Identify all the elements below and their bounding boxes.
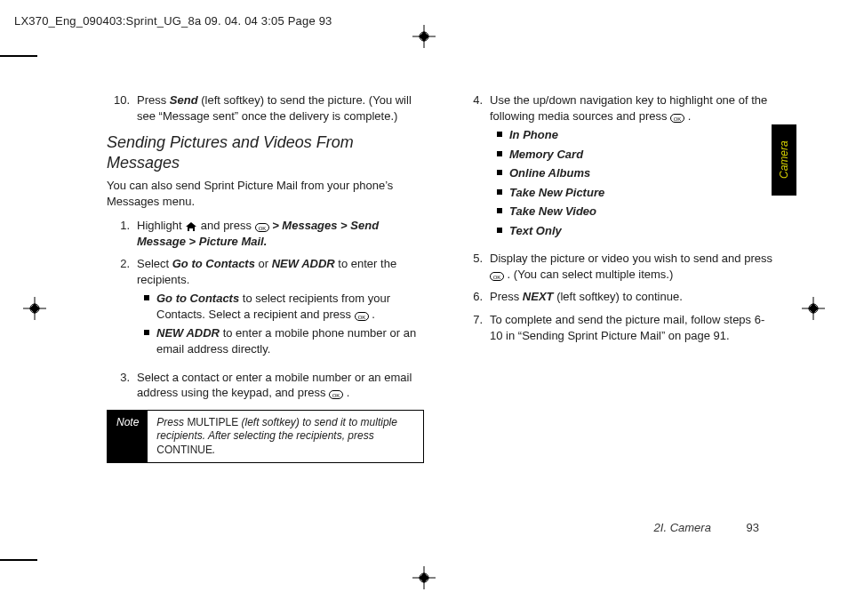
sub-bullet-list: Go to Contacts to select recipients from… bbox=[137, 291, 424, 356]
step-number: 1. bbox=[107, 218, 137, 249]
square-bullet-icon bbox=[497, 189, 502, 195]
page-footer: 2I. Camera 93 bbox=[654, 521, 759, 534]
note-body: Press MULTIPLE (left softkey) to send it… bbox=[148, 411, 423, 463]
registration-mark-icon bbox=[802, 297, 825, 320]
square-bullet-icon bbox=[497, 151, 502, 156]
square-bullet-icon bbox=[144, 330, 149, 335]
media-source-list: In Phone Memory Card Online Albums Take … bbox=[490, 127, 777, 238]
step-text: Select Go to Contacts or NEW ADDR to ent… bbox=[137, 256, 424, 362]
registration-mark-icon bbox=[412, 566, 436, 589]
step-text: Highlight and press OK > Messages > Send… bbox=[137, 218, 424, 249]
list-item: Take New Picture bbox=[490, 185, 777, 201]
registration-mark-icon bbox=[23, 297, 46, 320]
svg-rect-3 bbox=[419, 31, 428, 41]
list-item: Take New Video bbox=[490, 204, 777, 220]
crop-mark bbox=[0, 559, 37, 561]
step-text: To complete and send the picture mail, f… bbox=[490, 312, 777, 343]
svg-text:OK: OK bbox=[674, 116, 682, 121]
svg-rect-7 bbox=[419, 572, 428, 582]
step-text: Press Send (left softkey) to send the pi… bbox=[137, 92, 424, 124]
svg-rect-11 bbox=[29, 303, 39, 313]
svg-rect-15 bbox=[808, 303, 818, 313]
step-text: Display the picture or video you wish to… bbox=[490, 251, 777, 282]
ok-key-icon: OK bbox=[355, 312, 369, 321]
subsection-heading: Sending Pictures and Videos From Message… bbox=[107, 132, 424, 172]
step-1: 1. Highlight and press OK > Messages > S… bbox=[107, 218, 424, 249]
intro-paragraph: You can also send Sprint Picture Mail fr… bbox=[107, 178, 424, 209]
step-3: 3. Select a contact or enter a mobile nu… bbox=[107, 370, 424, 401]
home-icon bbox=[185, 221, 197, 232]
right-column: 4. Use the up/down navigation key to hig… bbox=[460, 89, 777, 545]
step-number: 2. bbox=[107, 256, 137, 362]
list-item: In Phone bbox=[490, 127, 777, 143]
square-bullet-icon bbox=[497, 228, 502, 233]
step-7: 7. To complete and send the picture mail… bbox=[460, 312, 777, 343]
step-6: 6. Press NEXT (left softkey) to continue… bbox=[460, 289, 777, 305]
send-label: Send bbox=[170, 93, 198, 107]
step-text: Press NEXT (left softkey) to continue. bbox=[490, 289, 777, 305]
step-4: 4. Use the up/down navigation key to hig… bbox=[460, 92, 777, 244]
page-content: 10. Press Send (left softkey) to send th… bbox=[107, 89, 777, 545]
square-bullet-icon bbox=[497, 170, 502, 175]
square-bullet-icon bbox=[497, 208, 502, 213]
svg-text:OK: OK bbox=[493, 274, 501, 279]
ok-key-icon: OK bbox=[255, 223, 269, 232]
step-number: 10. bbox=[107, 92, 137, 124]
crop-mark bbox=[0, 55, 37, 57]
step-text: Select a contact or enter a mobile numbe… bbox=[137, 370, 424, 401]
step-5: 5. Display the picture or video you wish… bbox=[460, 251, 777, 282]
square-bullet-icon bbox=[497, 132, 502, 137]
ok-key-icon: OK bbox=[329, 390, 343, 399]
page-number: 93 bbox=[747, 521, 759, 534]
step-10: 10. Press Send (left softkey) to send th… bbox=[107, 92, 424, 124]
left-column: 10. Press Send (left softkey) to send th… bbox=[107, 89, 424, 545]
step-number: 3. bbox=[107, 370, 137, 401]
ok-key-icon: OK bbox=[490, 272, 504, 281]
step-2: 2. Select Go to Contacts or NEW ADDR to … bbox=[107, 256, 424, 362]
list-item: Online Albums bbox=[490, 165, 777, 181]
step-number: 5. bbox=[460, 251, 490, 282]
note-label: Note bbox=[108, 411, 148, 463]
registration-mark-icon bbox=[412, 25, 436, 48]
list-item: Go to Contacts to select recipients from… bbox=[137, 291, 424, 322]
list-item: Memory Card bbox=[490, 147, 777, 163]
step-text: Use the up/down navigation key to highli… bbox=[490, 92, 777, 244]
list-item: Text Only bbox=[490, 223, 777, 239]
section-label: 2I. Camera bbox=[654, 521, 711, 534]
square-bullet-icon bbox=[144, 295, 149, 300]
step-number: 7. bbox=[460, 312, 490, 343]
svg-text:OK: OK bbox=[332, 393, 340, 398]
list-item: NEW ADDR to enter a mobile phone number … bbox=[137, 325, 424, 356]
step-number: 4. bbox=[460, 92, 490, 244]
svg-text:OK: OK bbox=[258, 226, 266, 231]
ok-key-icon: OK bbox=[670, 114, 684, 123]
print-header: LX370_Eng_090403:Sprint_UG_8a 09. 04. 04… bbox=[14, 14, 332, 28]
svg-text:OK: OK bbox=[357, 314, 365, 319]
note-box: Note Press MULTIPLE (left softkey) to se… bbox=[107, 410, 424, 464]
step-number: 6. bbox=[460, 289, 490, 305]
